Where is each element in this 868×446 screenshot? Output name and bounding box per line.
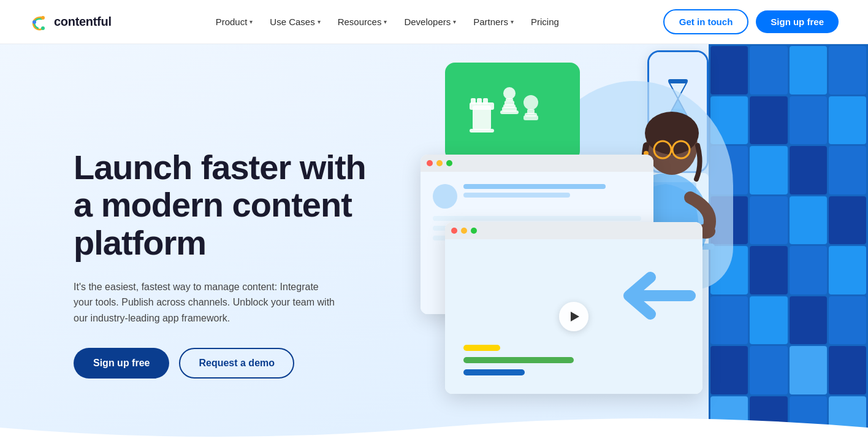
hero-buttons: Sign up free Request a demo — [74, 348, 368, 379]
hero-content: Launch faster with a modern content plat… — [0, 148, 368, 379]
contentful-logo-icon — [29, 12, 49, 32]
blue-bar — [463, 369, 525, 375]
nav-item-resources[interactable]: Resources ▾ — [330, 12, 395, 32]
green-bar — [463, 357, 574, 363]
svg-rect-22 — [500, 110, 519, 114]
play-triangle-icon — [571, 312, 579, 321]
minimize-dot-2 — [461, 228, 467, 234]
browser-titlebar-1 — [421, 155, 653, 172]
svg-rect-16 — [523, 115, 538, 120]
nav-item-product[interactable]: Product ▾ — [208, 12, 261, 32]
svg-rect-10 — [477, 98, 482, 104]
browser-content-bars — [463, 345, 684, 375]
hero-subtitle: It's the easiest, fastest way to manage … — [74, 279, 337, 326]
nav-actions: Get in touch Sign up free — [663, 9, 839, 34]
logo[interactable]: contentful — [29, 12, 112, 32]
nav-item-developers[interactable]: Developers ▾ — [397, 12, 463, 32]
hero-section: Launch faster with a modern content plat… — [0, 44, 868, 446]
svg-point-13 — [523, 95, 538, 110]
close-dot-2 — [451, 228, 457, 234]
nav-item-partners[interactable]: Partners ▾ — [466, 12, 521, 32]
brand-name: contentful — [54, 15, 112, 29]
arrow-illustration — [598, 265, 696, 329]
chevron-down-icon: ▾ — [453, 18, 456, 25]
chevron-down-icon: ▾ — [384, 18, 387, 25]
svg-point-1 — [41, 16, 45, 20]
chess-pieces-icon — [463, 81, 562, 142]
svg-point-17 — [503, 87, 516, 99]
minimize-dot — [436, 160, 443, 166]
navbar: contentful Product ▾ Use Cases ▾ Resourc… — [0, 0, 868, 44]
svg-point-2 — [41, 26, 45, 30]
svg-rect-9 — [471, 98, 476, 104]
nav-links: Product ▾ Use Cases ▾ Resources ▾ Develo… — [208, 12, 566, 32]
hero-demo-button[interactable]: Request a demo — [179, 348, 294, 379]
hero-wave — [0, 409, 868, 446]
yellow-bar — [463, 345, 500, 351]
hero-illustration — [408, 44, 868, 446]
hero-signup-button[interactable]: Sign up free — [74, 348, 169, 379]
sign-up-free-button[interactable]: Sign up free — [756, 10, 839, 33]
svg-rect-12 — [470, 129, 494, 133]
maximize-dot-2 — [471, 228, 477, 234]
nav-item-use-cases[interactable]: Use Cases ▾ — [262, 12, 327, 32]
close-dot — [427, 160, 433, 166]
chevron-down-icon: ▾ — [318, 18, 321, 25]
play-button[interactable] — [559, 302, 588, 331]
illustration-container — [408, 44, 868, 446]
chess-card — [445, 63, 580, 161]
get-in-touch-button[interactable]: Get in touch — [663, 9, 749, 34]
arrow-icon — [598, 265, 696, 326]
svg-point-3 — [32, 20, 36, 24]
svg-rect-11 — [483, 98, 488, 104]
maximize-dot — [446, 160, 452, 166]
hero-title: Launch faster with a modern content plat… — [74, 148, 368, 262]
chevron-down-icon: ▾ — [249, 18, 253, 25]
nav-item-pricing[interactable]: Pricing — [523, 12, 566, 32]
chevron-down-icon: ▾ — [511, 18, 514, 25]
browser-titlebar-2 — [445, 222, 702, 239]
